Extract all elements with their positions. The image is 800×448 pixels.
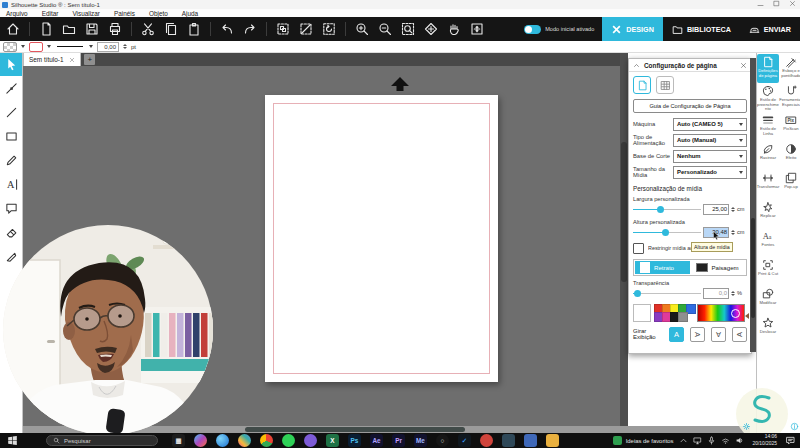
tray-network-icon[interactable] xyxy=(721,436,730,445)
menu-paineis[interactable]: Painéis xyxy=(114,10,135,17)
fontes-panel-button[interactable]: Aa Fontes xyxy=(757,228,779,257)
replicar-panel-button[interactable]: Replicar xyxy=(757,199,779,228)
page-setup-tab[interactable] xyxy=(633,76,651,94)
modificar-panel-button[interactable]: Modificar xyxy=(757,286,779,315)
width-stepper[interactable] xyxy=(731,207,735,212)
docs-taskbar-icon[interactable] xyxy=(524,434,537,447)
rotate-selection-icon[interactable] xyxy=(322,22,336,36)
center-view-icon[interactable] xyxy=(470,22,484,36)
tab-biblioteca[interactable]: BIBLIOTECA xyxy=(663,17,740,41)
tray-speaker-icon[interactable] xyxy=(735,436,744,445)
height-slider[interactable] xyxy=(633,228,701,236)
print-and-cut-panel-button[interactable]: Print & Cut xyxy=(757,257,779,286)
line-tool-button[interactable] xyxy=(0,100,22,124)
page-setup-guide-button[interactable]: Guia de Configuração de Página xyxy=(633,99,747,113)
line-style-dropdown-icon[interactable] xyxy=(89,45,93,48)
after-effects-taskbar-icon[interactable]: Ae xyxy=(370,434,383,447)
loom-taskbar-icon[interactable] xyxy=(304,434,317,447)
transparency-stepper[interactable] xyxy=(731,291,735,296)
note-tool-button[interactable] xyxy=(0,196,22,220)
add-tab-button[interactable]: + xyxy=(84,54,95,65)
copilot-taskbar-icon[interactable] xyxy=(194,434,207,447)
maximize-icon[interactable] xyxy=(773,0,780,7)
fill-color-swatch[interactable] xyxy=(3,42,17,52)
rotate-view-180[interactable]: A xyxy=(711,327,726,342)
windows-start-icon[interactable] xyxy=(7,435,18,446)
zoom-out-icon[interactable] xyxy=(378,22,392,36)
text-tool-button[interactable]: A xyxy=(0,172,22,196)
save-icon[interactable] xyxy=(85,22,99,36)
edge-taskbar-icon[interactable] xyxy=(216,434,229,447)
excel-taskbar-icon[interactable]: X xyxy=(326,434,339,447)
redo-icon[interactable] xyxy=(243,22,257,36)
rotate-view-90[interactable]: A xyxy=(690,327,705,342)
line-style-sample[interactable] xyxy=(57,46,83,48)
draw-tool-button[interactable] xyxy=(0,148,22,172)
estilo-de-linha-panel-button[interactable]: Estilo de Linha xyxy=(757,112,779,141)
paste-icon[interactable] xyxy=(187,22,201,36)
menu-visualizar[interactable]: Visualizar xyxy=(72,10,100,17)
taskbar-search-input[interactable]: Pesquisar xyxy=(46,435,158,446)
transformar-panel-button[interactable]: Transformar xyxy=(757,170,779,199)
portrait-button[interactable]: Retrato xyxy=(635,261,690,274)
pop-up-panel-button[interactable]: Pop-up xyxy=(780,170,800,199)
line-color-swatch[interactable] xyxy=(29,42,43,52)
zoom-selection-icon[interactable] xyxy=(401,22,415,36)
new-document-icon[interactable] xyxy=(29,22,53,36)
taskbar-clock[interactable]: 14:06 20/10/2025 xyxy=(753,434,777,446)
ferramentas-especiais-panel-button[interactable]: Ferramentas Especiais xyxy=(780,83,800,112)
height-stepper[interactable] xyxy=(731,230,735,235)
document-tab[interactable]: Sem título-1 xyxy=(23,52,81,66)
app-check-taskbar-icon[interactable]: ✓ xyxy=(458,434,471,447)
open-icon[interactable] xyxy=(62,22,76,36)
zoom-in-icon[interactable] xyxy=(345,22,369,36)
restrict-media-checkbox[interactable] xyxy=(633,243,644,254)
file-explorer-taskbar-icon[interactable] xyxy=(546,434,559,447)
obs-taskbar-icon[interactable]: ○ xyxy=(436,434,449,447)
estilo-de-preenchimento-panel-button[interactable]: Estilo de preenchime nto xyxy=(757,83,779,112)
print-icon[interactable] xyxy=(108,22,122,36)
landscape-button[interactable]: Paisagem xyxy=(691,261,746,274)
select-all-icon[interactable] xyxy=(266,22,290,36)
fit-to-page-icon[interactable] xyxy=(424,22,438,36)
notification-icon[interactable] xyxy=(785,435,796,446)
premiere-taskbar-icon[interactable]: Pr xyxy=(392,434,405,447)
design-page[interactable] xyxy=(265,95,498,382)
photos-taskbar-icon[interactable] xyxy=(238,434,251,447)
tray-monitor-icon[interactable] xyxy=(693,436,702,445)
home-mode-toggle[interactable]: Modo inicial ativado xyxy=(524,25,594,34)
tray-mic-icon[interactable] xyxy=(707,436,716,445)
panel-scrollbar[interactable] xyxy=(750,58,756,352)
close-icon[interactable] xyxy=(789,0,796,7)
calculator-taskbar-icon[interactable] xyxy=(502,434,515,447)
swatch-gray[interactable] xyxy=(678,312,688,322)
media-encoder-taskbar-icon[interactable]: Me xyxy=(414,434,427,447)
pan-icon[interactable] xyxy=(447,22,461,36)
vertical-scrollbar[interactable] xyxy=(620,52,628,426)
deslocar-panel-button[interactable]: Deslocar xyxy=(757,315,779,344)
line-weight-input[interactable]: 0,00 xyxy=(97,42,119,52)
rotate-view-270[interactable]: A xyxy=(732,327,747,342)
rastrear-panel-button[interactable]: Rastrear xyxy=(757,141,779,170)
swatch-white[interactable] xyxy=(633,304,651,322)
settings-gear-icon[interactable] xyxy=(742,422,751,431)
collapse-panel-icon[interactable] xyxy=(633,62,640,69)
cut-icon[interactable] xyxy=(131,22,155,36)
panel-close-icon[interactable] xyxy=(740,62,747,69)
transparency-input[interactable]: 0,0 xyxy=(703,288,729,299)
deselect-icon[interactable] xyxy=(299,22,313,36)
width-slider[interactable] xyxy=(633,205,701,213)
line-color-dropdown-icon[interactable] xyxy=(47,45,51,48)
fill-color-dropdown-icon[interactable] xyxy=(21,45,25,48)
select-tool-button[interactable] xyxy=(0,52,22,76)
line-weight-stepper[interactable] xyxy=(123,44,127,49)
tab-enviar[interactable]: ENVIAR xyxy=(740,17,800,41)
tray-caret-up-icon[interactable] xyxy=(679,436,688,445)
menu-objeto[interactable]: Objeto xyxy=(149,10,168,17)
menu-arquivo[interactable]: Arquivo xyxy=(6,10,28,17)
gradient-picker-handle[interactable] xyxy=(731,309,740,318)
grid-settings-tab[interactable] xyxy=(656,76,674,94)
pixscan-panel-button[interactable]: Pix PixScan xyxy=(780,112,800,141)
menu-ajuda[interactable]: Ajuda xyxy=(182,10,198,17)
whatsapp-taskbar-icon[interactable] xyxy=(282,434,295,447)
